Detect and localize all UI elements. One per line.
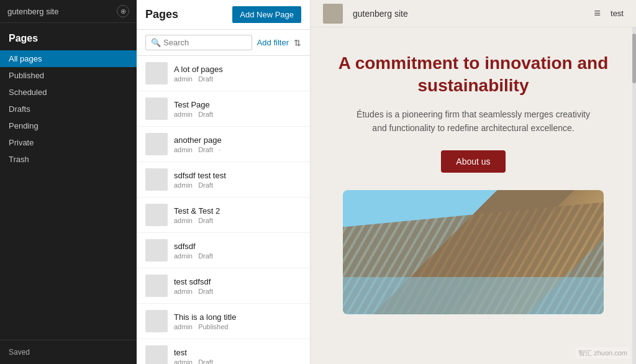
preview-subtext: Études is a pioneering firm that seamles…	[349, 107, 597, 135]
building-image	[343, 190, 604, 314]
page-name: test sdfsdf	[174, 277, 301, 286]
list-item[interactable]: sdfsdf test test admin Draft	[137, 162, 310, 198]
sidebar-item-all-pages[interactable]: All pages	[0, 50, 137, 67]
page-info: This is a long title admin Published	[174, 312, 301, 330]
sidebar-footer-saved: Saved	[0, 340, 137, 364]
sidebar-item-scheduled[interactable]: Scheduled	[0, 84, 137, 101]
page-info: Test & Test 2 admin Draft	[174, 206, 301, 224]
page-info: sdfsdf test test admin Draft	[174, 171, 301, 189]
preview-content: A commitment to innovation and sustainab…	[311, 27, 636, 364]
sidebar-item-private[interactable]: Private	[0, 134, 137, 151]
pages-search-row: 🔍 Add filter ⇅	[137, 30, 310, 56]
building-glass	[343, 277, 604, 314]
page-info: test sdfsdf admin Draft	[174, 277, 301, 295]
about-us-button[interactable]: About us	[441, 150, 505, 173]
page-thumbnail	[145, 239, 168, 262]
page-info: sdfsdf admin Draft	[174, 242, 301, 260]
page-thumbnail	[145, 98, 168, 120]
page-thumbnail	[145, 168, 168, 191]
page-name: Test & Test 2	[174, 206, 301, 216]
sidebar-item-pending[interactable]: Pending	[0, 117, 137, 134]
page-thumbnail	[145, 62, 168, 84]
sidebar-item-published[interactable]: Published	[0, 67, 137, 84]
list-item[interactable]: sdfsdf admin Draft	[137, 233, 310, 268]
sidebar-item-trash[interactable]: Trash	[0, 151, 137, 168]
search-input[interactable]	[163, 38, 247, 47]
list-item[interactable]: A lot of pages admin Draft	[137, 56, 310, 91]
sidebar-site-name: gutenberg site	[7, 7, 117, 16]
list-item[interactable]: test sdfsdf admin Draft	[137, 268, 310, 304]
add-new-page-button[interactable]: Add New Page	[232, 6, 301, 23]
page-meta: admin Published	[174, 323, 301, 330]
preview-scrollbar[interactable]	[632, 27, 636, 364]
sidebar-item-drafts[interactable]: Drafts	[0, 101, 137, 117]
sidebar-search-icon[interactable]: ⊕	[117, 5, 129, 17]
filter-icon[interactable]: ⇅	[294, 38, 301, 48]
page-meta: admin Draft	[174, 358, 301, 365]
page-name: Test Page	[174, 100, 301, 109]
preview-nav-test[interactable]: test	[611, 9, 624, 18]
page-meta: admin Draft	[174, 288, 301, 295]
sidebar: gutenberg site ⊕ Pages All pages Publish…	[0, 0, 137, 364]
page-meta: admin Draft	[174, 111, 301, 118]
page-name: sdfsdf test test	[174, 171, 301, 180]
pages-panel-title: Pages	[145, 8, 178, 21]
preview-topbar: gutenberg site ≡ test	[311, 0, 636, 27]
preview-panel: gutenberg site ≡ test A commitment to in…	[311, 0, 636, 364]
sidebar-header: gutenberg site ⊕	[0, 0, 137, 23]
sidebar-pages-heading: Pages	[0, 23, 137, 50]
scrollbar-thumb[interactable]	[632, 34, 636, 83]
page-info: Test Page admin Draft	[174, 100, 301, 118]
page-info: A lot of pages admin Draft	[174, 65, 301, 83]
page-meta: admin Draft	[174, 217, 301, 224]
page-thumbnail	[145, 133, 168, 155]
preview-site-name: gutenberg site	[353, 9, 408, 19]
pages-list: A lot of pages admin Draft Test Page adm…	[137, 56, 310, 364]
page-name: test	[174, 348, 301, 357]
pages-search-box[interactable]: 🔍	[145, 35, 252, 50]
pages-panel: Pages Add New Page 🔍 Add filter ⇅ A lot …	[137, 0, 311, 364]
page-name: another page	[174, 135, 301, 145]
page-meta: admin Draft ·	[174, 146, 301, 153]
page-thumbnail	[145, 204, 168, 226]
page-name: A lot of pages	[174, 65, 301, 74]
page-meta: admin Draft	[174, 252, 301, 260]
list-item[interactable]: test admin Draft	[137, 339, 310, 364]
preview-logo	[323, 4, 343, 24]
preview-headline: A commitment to innovation and sustainab…	[329, 52, 617, 98]
page-meta: admin Draft	[174, 75, 301, 83]
list-item[interactable]: Test Page admin Draft	[137, 91, 310, 127]
add-filter-link[interactable]: Add filter	[257, 38, 289, 47]
page-name: This is a long title	[174, 312, 301, 322]
search-icon: 🔍	[151, 38, 161, 47]
sidebar-nav: All pages Published Scheduled Drafts Pen…	[0, 50, 137, 340]
page-thumbnail	[145, 345, 168, 364]
page-info: another page admin Draft ·	[174, 135, 301, 153]
list-item[interactable]: another page admin Draft ·	[137, 127, 310, 162]
list-item[interactable]: This is a long title admin Published	[137, 304, 310, 339]
page-thumbnail	[145, 275, 168, 297]
watermark-text: 智汇 zhuon.com	[576, 347, 630, 359]
list-item[interactable]: Test & Test 2 admin Draft	[137, 198, 310, 233]
hamburger-menu-icon[interactable]: ≡	[594, 7, 601, 20]
page-meta: admin Draft	[174, 181, 301, 189]
page-name: sdfsdf	[174, 242, 301, 251]
page-thumbnail	[145, 310, 168, 332]
pages-panel-header: Pages Add New Page	[137, 0, 310, 30]
page-info: test admin Draft	[174, 348, 301, 365]
